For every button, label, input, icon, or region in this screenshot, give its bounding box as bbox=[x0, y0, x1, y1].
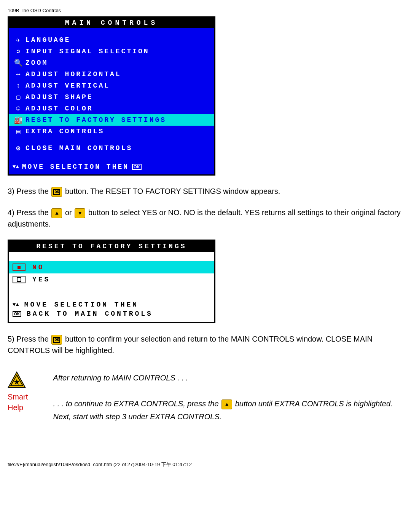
reset-option-yes[interactable]: YES bbox=[9, 273, 214, 286]
osd-help-row: ▼▲ MOVE SELECTION THEN OK bbox=[9, 159, 214, 174]
smart-help-label: ★ Smart Help bbox=[8, 371, 46, 413]
down-button-icon: ▼ bbox=[75, 208, 85, 218]
osd-item-language[interactable]: ✈ LANGUAGE bbox=[9, 34, 214, 46]
reset-help: ▼▲ MOVE SELECTION THEN OK BACK TO MAIN C… bbox=[9, 295, 214, 322]
osd-item-label: EXTRA CONTROLS bbox=[25, 128, 104, 135]
zoom-icon: 🔍 bbox=[13, 59, 25, 67]
up-button-icon: ▲ bbox=[51, 208, 62, 218]
osd-item-label: ADJUST HORIZONTAL bbox=[25, 70, 121, 78]
osd-item-reset-factory[interactable]: 🏭 RESET TO FACTORY SETTINGS bbox=[9, 114, 214, 126]
instruction-3: 3) Press the OK button. The RESET TO FAC… bbox=[8, 185, 403, 197]
osd-main-controls: MAIN CONTROLS ✈ LANGUAGE ➲ INPUT SIGNAL … bbox=[8, 16, 215, 176]
globe-icon: ✈ bbox=[13, 36, 25, 44]
smart-help-body: After returning to MAIN CONTROLS . . . .… bbox=[53, 371, 403, 423]
option-label: NO bbox=[32, 264, 45, 271]
gap bbox=[9, 252, 214, 261]
osd-item-label: INPUT SIGNAL SELECTION bbox=[25, 48, 150, 55]
updown-icon: ▼▲ bbox=[13, 164, 19, 170]
updown-icon: ▼▲ bbox=[13, 302, 19, 308]
ok-button-icon: OK bbox=[51, 187, 62, 197]
page-footer: file:///E|/manual/english/109B/osd/osd_c… bbox=[8, 461, 403, 468]
separator bbox=[9, 154, 214, 159]
reset-help-row-1: ▼▲ MOVE SELECTION THEN bbox=[13, 300, 210, 309]
list-icon: ▤ bbox=[13, 127, 25, 136]
factory-icon: 🏭 bbox=[13, 116, 25, 124]
osd-item-label: RESET TO FACTORY SETTINGS bbox=[25, 116, 166, 124]
separator bbox=[9, 137, 214, 142]
osd-item-label: LANGUAGE bbox=[25, 36, 70, 44]
instruction-4: 4) Press the ▲ or ▼ button to select YES… bbox=[8, 207, 403, 230]
smart-help-section: ★ Smart Help After returning to MAIN CON… bbox=[8, 371, 403, 423]
osd-item-label: ADJUST VERTICAL bbox=[25, 82, 110, 89]
osd-item-zoom[interactable]: 🔍 ZOOM bbox=[9, 57, 214, 69]
up-button-icon: ▲ bbox=[221, 399, 232, 409]
radio-unselected-icon bbox=[13, 276, 25, 283]
text: 5) Press the bbox=[8, 335, 51, 343]
osd-item-label: ADJUST COLOR bbox=[25, 105, 93, 112]
text: 4) Press the bbox=[8, 208, 51, 217]
osd-item-adjust-shape[interactable]: ▢ ADJUST SHAPE bbox=[9, 91, 214, 103]
osd-item-adjust-color[interactable]: ☺ ADJUST COLOR bbox=[9, 103, 214, 114]
text: MOVE SELECTION THEN bbox=[24, 301, 139, 308]
text: BACK TO MAIN CONTROLS bbox=[27, 310, 153, 318]
page-header: 109B The OSD Controls bbox=[8, 8, 403, 13]
reset-title: RESET TO FACTORY SETTINGS bbox=[9, 241, 214, 252]
osd-item-close[interactable]: ⊙ CLOSE MAIN CONTROLS bbox=[9, 142, 214, 154]
help-text: Help bbox=[8, 403, 23, 412]
smart-line-1: After returning to MAIN CONTROLS . . . bbox=[53, 371, 403, 384]
reset-help-row-2: OK BACK TO MAIN CONTROLS bbox=[13, 309, 210, 318]
vertical-icon: ↕ bbox=[13, 82, 25, 89]
radio-selected-icon bbox=[13, 264, 25, 271]
osd-item-adjust-horizontal[interactable]: ↔ ADJUST HORIZONTAL bbox=[9, 69, 214, 80]
osd-title: MAIN CONTROLS bbox=[9, 18, 214, 28]
palette-icon: ☺ bbox=[13, 105, 25, 112]
osd-item-label: ZOOM bbox=[25, 59, 48, 67]
ok-icon: OK bbox=[13, 311, 21, 317]
osd-help-text: MOVE SELECTION THEN bbox=[22, 163, 129, 171]
warning-icon: ★ bbox=[8, 371, 26, 391]
osd-item-input-signal[interactable]: ➲ INPUT SIGNAL SELECTION bbox=[9, 46, 214, 57]
ok-icon: OK bbox=[132, 164, 142, 170]
osd-item-extra-controls[interactable]: ▤ EXTRA CONTROLS bbox=[9, 126, 214, 137]
ok-button-icon: OK bbox=[51, 335, 62, 345]
text: or bbox=[65, 208, 74, 217]
text: button to confirm your selection and ret… bbox=[8, 335, 373, 355]
osd-reset-window: RESET TO FACTORY SETTINGS NO YES ▼▲ MOVE… bbox=[8, 240, 215, 323]
text: button. The RESET TO FACTORY SETTINGS wi… bbox=[65, 187, 280, 195]
shape-icon: ▢ bbox=[13, 93, 25, 101]
gap bbox=[9, 286, 214, 295]
option-label: YES bbox=[32, 276, 50, 283]
osd-content: ✈ LANGUAGE ➲ INPUT SIGNAL SELECTION 🔍 ZO… bbox=[9, 28, 214, 174]
osd-item-label: ADJUST SHAPE bbox=[25, 93, 93, 101]
instruction-5: 5) Press the OK button to confirm your s… bbox=[8, 333, 403, 356]
osd-item-label: CLOSE MAIN CONTROLS bbox=[25, 144, 132, 152]
smart-text: Smart bbox=[8, 393, 28, 401]
reset-option-no[interactable]: NO bbox=[9, 261, 214, 273]
smart-line-2: . . . to continue to EXTRA CONTROLS, pre… bbox=[53, 397, 403, 423]
input-icon: ➲ bbox=[13, 47, 25, 56]
text: 3) Press the bbox=[8, 187, 51, 195]
horizontal-icon: ↔ bbox=[13, 70, 25, 78]
text: . . . to continue to EXTRA CONTROLS, pre… bbox=[53, 399, 221, 408]
osd-item-adjust-vertical[interactable]: ↕ ADJUST VERTICAL bbox=[9, 80, 214, 91]
svg-text:★: ★ bbox=[14, 378, 20, 386]
close-down-icon: ⊙ bbox=[13, 144, 25, 152]
